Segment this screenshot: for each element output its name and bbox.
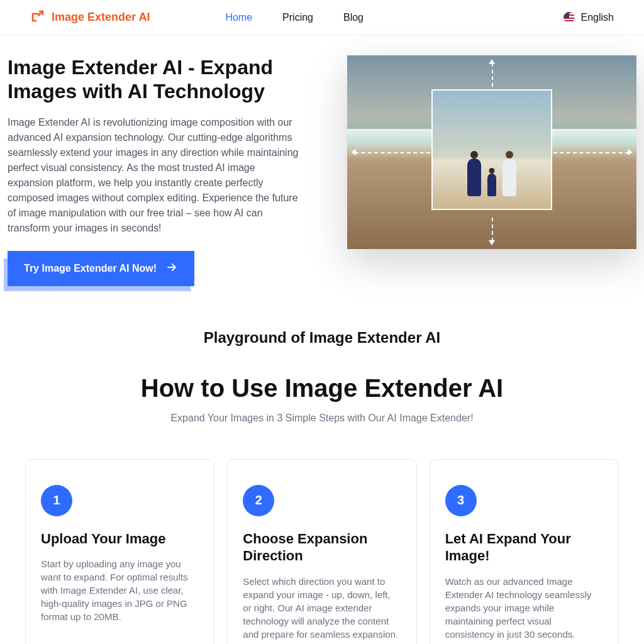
step-number: 1: [41, 485, 72, 516]
step-body: Start by uploading any image you want to…: [41, 557, 199, 623]
step-card-2: 2 Choose Expansion Direction Select whic…: [227, 459, 416, 644]
step-body: Watch as our advanced Image Extender AI …: [445, 575, 603, 641]
nav-home[interactable]: Home: [225, 12, 252, 23]
arrow-right-icon: [165, 261, 178, 276]
extend-arrow-icon: [30, 9, 45, 26]
expand-left-icon: [351, 149, 356, 155]
figure-man: [502, 158, 516, 196]
step-title: Choose Expansion Direction: [243, 530, 401, 565]
cta-wrap: Try Image Extender AI Now!: [8, 251, 194, 286]
step-body: Select which direction you want to expan…: [243, 575, 401, 641]
expand-right-icon: [628, 149, 633, 155]
hero-image: [347, 55, 636, 249]
step-title: Let AI Expand Your Image!: [445, 530, 603, 565]
language-label: English: [581, 12, 614, 23]
us-flag-icon: [564, 12, 575, 23]
hero-copy: Image Extender AI - Expand Images with A…: [8, 55, 303, 286]
step-card-1: 1 Upload Your Image Start by uploading a…: [25, 459, 214, 644]
site-header: Image Extender AI Home Pricing Blog Engl…: [0, 0, 644, 35]
hero-title: Image Extender AI - Expand Images with A…: [8, 55, 303, 104]
nav-pricing[interactable]: Pricing: [282, 12, 313, 23]
figure-child: [487, 174, 496, 196]
expand-down-icon: [489, 240, 495, 245]
howto-steps: 1 Upload Your Image Start by uploading a…: [0, 447, 644, 644]
language-switcher[interactable]: English: [564, 12, 614, 23]
hero-section: Image Extender AI - Expand Images with A…: [0, 35, 644, 321]
figure-woman: [467, 158, 481, 196]
cta-label: Try Image Extender AI Now!: [24, 263, 157, 274]
original-image-frame: [431, 89, 552, 210]
brand-name: Image Extender AI: [52, 11, 150, 24]
step-title: Upload Your Image: [41, 530, 199, 548]
howto-section: How to Use Image Extender AI Expand Your…: [0, 374, 644, 447]
nav-blog[interactable]: Blog: [343, 12, 364, 23]
howto-subtitle: Expand Your Images in 3 Simple Steps wit…: [0, 413, 644, 424]
step-number: 2: [243, 485, 274, 516]
step-number: 3: [445, 485, 477, 516]
primary-nav: Home Pricing Blog: [225, 12, 364, 23]
try-now-button[interactable]: Try Image Extender AI Now!: [8, 251, 194, 286]
step-card-3: 3 Let AI Expand Your Image! Watch as our…: [430, 459, 619, 644]
hero-body: Image Extender AI is revolutionizing ima…: [8, 115, 303, 236]
playground-heading: Playground of Image Extender AI: [0, 321, 644, 374]
brand[interactable]: Image Extender AI: [30, 9, 150, 26]
howto-title: How to Use Image Extender AI: [0, 374, 644, 402]
hero-image-wrap: [328, 55, 636, 249]
expand-up-icon: [489, 59, 495, 64]
